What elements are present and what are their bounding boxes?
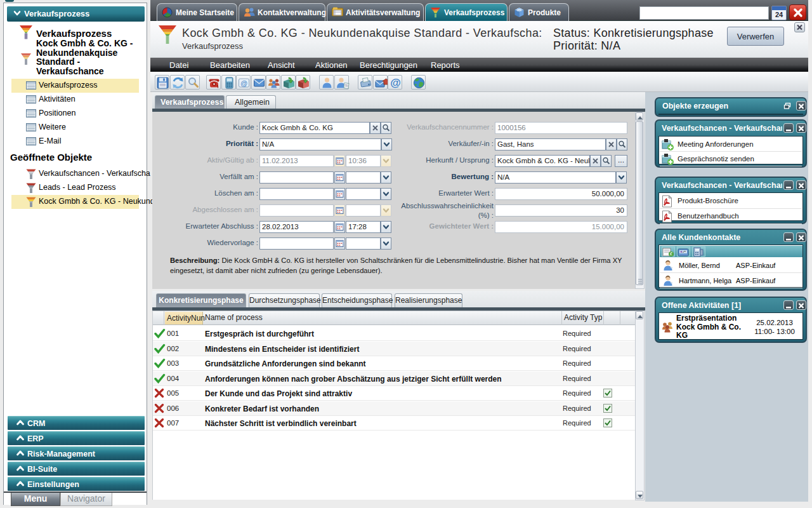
svg-text:@: @ [390,77,401,89]
svg-text:@: @ [240,79,247,87]
